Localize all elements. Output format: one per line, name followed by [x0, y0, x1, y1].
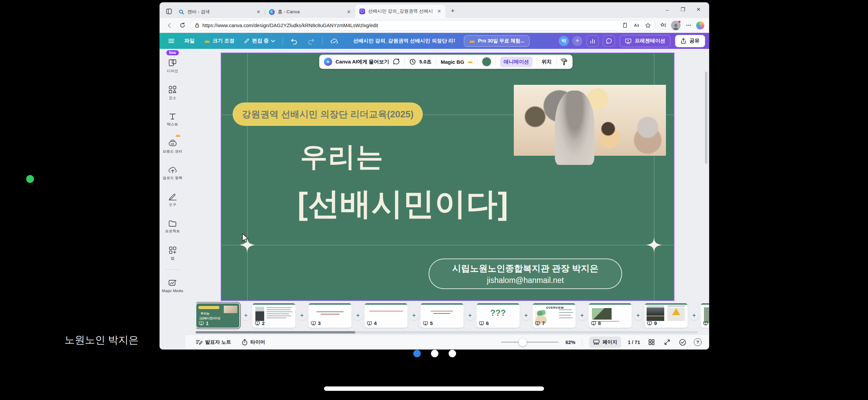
profile-avatar[interactable] [671, 21, 681, 30]
read-aloud-icon[interactable]: A [632, 21, 641, 30]
favorite-star-icon[interactable] [644, 21, 652, 30]
slide-thumbnail[interactable]: 3 [308, 303, 351, 328]
menu-hamburger-icon[interactable] [164, 35, 179, 47]
sidebar-item-projects[interactable]: 프로젝트 [160, 213, 185, 240]
slide-heading-line1[interactable]: 우리는 [300, 139, 384, 175]
scrollbar-thumb[interactable] [196, 331, 355, 334]
timer-button[interactable]: 타이머 [241, 339, 266, 346]
browser-tab-design[interactable]: 선배시민 강의_강원권역 선배시민 ✕ [355, 4, 446, 18]
carousel-dots[interactable] [413, 350, 456, 357]
redo-icon[interactable] [303, 35, 319, 47]
insights-chart-icon[interactable] [586, 35, 599, 47]
more-options-icon[interactable] [683, 20, 693, 31]
url-text[interactable]: https://www.canva.com/design/DAG2YZludks… [202, 23, 618, 28]
carousel-dot[interactable] [431, 350, 438, 357]
carousel-dot-active[interactable] [413, 350, 421, 357]
zoom-slider[interactable] [501, 342, 559, 343]
sidebar-item-brand-center[interactable]: co 브랜드 센터 [160, 133, 185, 159]
favorites-bar-icon[interactable] [658, 20, 668, 31]
add-page-button[interactable]: + [297, 311, 307, 320]
chat-plus-icon[interactable] [393, 58, 400, 65]
slide-thumbnail[interactable]: 10 [701, 303, 709, 328]
slide-contact-box[interactable]: 시립노원노인종합복지관 관장 박지은 jishalom@hanmail.net [429, 259, 622, 289]
paint-roller-icon[interactable] [561, 58, 568, 65]
filmstrip-scrollbar[interactable] [196, 331, 698, 334]
help-button[interactable]: ? [694, 338, 702, 346]
slide-heading-line2[interactable]: [선배시민이다] [297, 183, 508, 225]
add-page-button[interactable]: + [353, 311, 363, 320]
share-button[interactable]: 공유 [675, 35, 705, 47]
grid-view-icon[interactable] [647, 338, 656, 347]
slide-thumbnail[interactable]: 우리는 [선배시민이다] 1 [196, 303, 239, 328]
comments-icon[interactable] [603, 35, 615, 47]
saved-check-icon[interactable] [678, 338, 687, 347]
add-page-button[interactable]: + [465, 311, 475, 320]
home-indicator-bar[interactable] [324, 386, 544, 391]
sidebar-item-tools[interactable]: 도구 [160, 186, 185, 213]
tab-close-icon[interactable]: ✕ [255, 9, 261, 15]
add-page-button[interactable]: + [689, 311, 699, 320]
slide-thumbnail[interactable]: 9 [645, 303, 688, 328]
copilot-icon[interactable] [696, 21, 704, 30]
add-member-button[interactable]: + [572, 36, 582, 46]
browser-tab-search[interactable]: 캔바 - 검색 ✕ [175, 6, 265, 18]
window-restore-button[interactable]: ❐ [675, 4, 691, 15]
tab-close-icon[interactable]: ✕ [346, 9, 352, 15]
brand-center-icon: co [168, 139, 177, 148]
split-screen-icon[interactable] [620, 21, 629, 30]
slide-thumbnail[interactable]: 5 [420, 303, 464, 328]
editing-mode-button[interactable]: 편집 중 [240, 35, 279, 47]
fullscreen-icon[interactable] [663, 338, 671, 347]
slide-photo-elderly-people[interactable] [514, 85, 666, 156]
present-button[interactable]: 프레젠테이션 [620, 35, 670, 47]
slide-thumbnail[interactable]: OVERVIEW 7 [532, 303, 576, 328]
sidebar-item-magic-media[interactable]: Magic Media [160, 272, 185, 299]
undo-icon[interactable] [286, 35, 302, 47]
sidebar-item-apps[interactable]: 앱 [160, 240, 185, 267]
add-page-button[interactable]: + [633, 311, 643, 320]
refresh-icon[interactable] [177, 20, 187, 31]
duration-clock-icon[interactable] [409, 58, 416, 65]
add-page-button[interactable]: + [577, 311, 587, 320]
add-page-button[interactable]: + [521, 311, 531, 320]
canvas-vertical-scrollbar[interactable] [705, 72, 707, 164]
slide-thumbnail[interactable]: ??? 6 [476, 303, 520, 328]
presence-indicator-dot [26, 175, 34, 183]
slide-thumbnail[interactable]: 8 [589, 303, 632, 328]
document-title[interactable]: 선배시민 강의_강원권역 선배시민 의장단 리더... [353, 38, 455, 44]
page-view-button[interactable]: 페이지 [589, 337, 621, 348]
presenter-notes-button[interactable]: 발표자 노트 [196, 339, 231, 345]
window-minimize-button[interactable]: – [659, 4, 675, 15]
duration-value[interactable]: 5.0초 [419, 59, 432, 65]
window-close-button[interactable]: ✕ [691, 4, 706, 15]
add-page-button[interactable]: + [241, 311, 251, 320]
browser-tab-canva-home[interactable]: C 홈 - Canva ✕ [265, 6, 355, 18]
magic-bg-button[interactable]: Magic BG [441, 59, 464, 65]
zoom-slider-thumb[interactable] [519, 338, 527, 346]
address-bar[interactable]: https://www.canva.com/design/DAG2YZludks… [190, 20, 655, 31]
sidebar-item-uploads[interactable]: 업로드 항목 [160, 159, 185, 186]
sidebar-item-elements[interactable]: 요소 [160, 79, 185, 106]
animate-button[interactable]: 애니메이션 [500, 57, 532, 67]
new-tab-button[interactable]: + [448, 6, 458, 16]
pro-trial-button[interactable]: Pro 30일 무료 체험... [464, 35, 529, 47]
upload-cloud-icon [168, 166, 177, 174]
folder-icon [168, 220, 177, 227]
file-menu-button[interactable]: 파일 [180, 35, 199, 47]
slide-title-badge[interactable]: 강원권역 선배시민 의장단 리더교육(2025) [233, 102, 423, 126]
tab-workspaces-icon[interactable] [163, 6, 175, 17]
slide-thumbnail[interactable]: 4 [364, 303, 408, 328]
sidebar-item-text[interactable]: 텍스트 [160, 106, 185, 133]
slide-thumbnail[interactable]: 2 [252, 303, 295, 328]
add-page-button[interactable]: + [409, 311, 419, 320]
carousel-dot[interactable] [449, 350, 456, 357]
user-avatar[interactable]: 박 [559, 36, 569, 46]
position-button[interactable]: 위치 [542, 59, 552, 65]
back-icon[interactable] [164, 20, 175, 31]
resize-button[interactable]: 크기 조정 [200, 35, 238, 47]
tab-close-icon[interactable]: ✕ [436, 8, 442, 14]
slide-page[interactable]: 강원권역 선배시민 의장단 리더교육(2025) 우리는 [선배시민이다] 시립… [221, 53, 674, 300]
background-color-swatch[interactable] [482, 57, 491, 66]
ask-canva-ai-button[interactable]: Canva AI에게 물어보기 [336, 59, 389, 65]
sidebar-item-design[interactable]: New 디자인 [160, 52, 185, 79]
